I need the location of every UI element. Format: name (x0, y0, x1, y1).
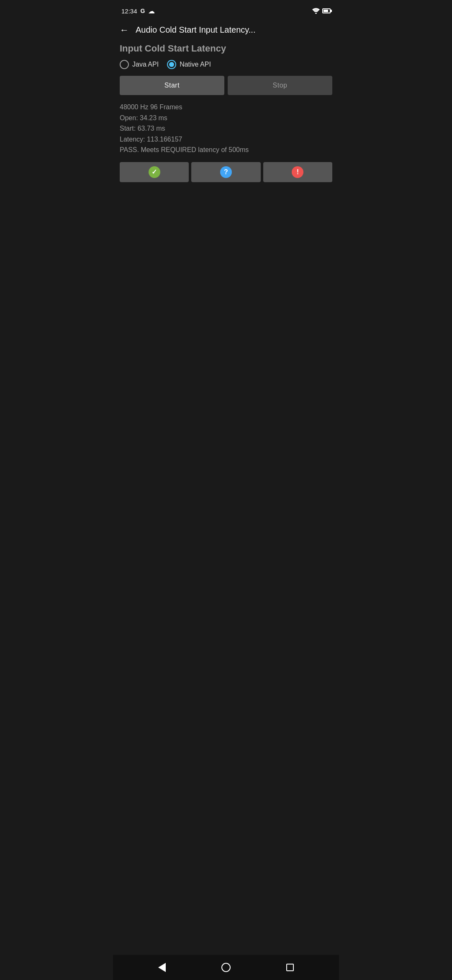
info-status-button[interactable]: ? (191, 162, 260, 182)
stat-line-2: Open: 34.23 ms (120, 113, 332, 124)
cloud-icon: ☁ (148, 7, 155, 15)
google-indicator: G (141, 8, 145, 14)
radio-native-api[interactable]: Native API (167, 60, 211, 69)
status-right (312, 8, 331, 14)
radio-native-label: Native API (180, 61, 211, 68)
stat-line-4: Latency: 113.166157 (120, 134, 332, 145)
stats-section: 48000 Hz 96 Frames Open: 34.23 ms Start:… (120, 102, 332, 155)
home-circle-icon (221, 963, 231, 972)
error-icon: ! (292, 166, 303, 178)
radio-java-circle[interactable] (120, 60, 129, 69)
header: ← Audio Cold Start Input Latency... (113, 20, 339, 40)
nav-recents-button[interactable] (281, 958, 299, 977)
api-radio-group: Java API Native API (120, 60, 332, 69)
status-time: 12:34 (121, 8, 137, 15)
back-button[interactable]: ← (120, 26, 129, 35)
error-status-button[interactable]: ! (263, 162, 332, 182)
back-triangle-icon (158, 963, 166, 972)
status-bar: 12:34 G ☁ (113, 0, 339, 20)
status-left: 12:34 G ☁ (121, 7, 155, 15)
info-icon: ? (220, 166, 232, 178)
svg-point-0 (315, 13, 317, 14)
status-icon-buttons: ✓ ? ! (120, 162, 332, 182)
stat-line-5: PASS. Meets REQUIRED latency of 500ms (120, 144, 332, 155)
nav-home-button[interactable] (217, 958, 235, 977)
stop-button[interactable]: Stop (228, 76, 332, 95)
pass-status-button[interactable]: ✓ (120, 162, 189, 182)
section-title: Input Cold Start Latency (120, 43, 332, 54)
recents-square-icon (286, 964, 294, 971)
bottom-nav (113, 955, 339, 980)
wifi-icon (312, 8, 320, 14)
main-content: Input Cold Start Latency Java API Native… (113, 40, 339, 955)
pass-icon: ✓ (149, 166, 160, 178)
radio-java-label: Java API (132, 61, 159, 68)
nav-back-button[interactable] (153, 958, 171, 977)
start-button[interactable]: Start (120, 76, 224, 95)
page-title: Audio Cold Start Input Latency... (136, 25, 255, 35)
stat-line-1: 48000 Hz 96 Frames (120, 102, 332, 113)
battery-icon (322, 8, 331, 13)
control-button-row: Start Stop (120, 76, 332, 95)
stat-line-3: Start: 63.73 ms (120, 123, 332, 134)
radio-java-api[interactable]: Java API (120, 60, 159, 69)
radio-native-circle[interactable] (167, 60, 176, 69)
